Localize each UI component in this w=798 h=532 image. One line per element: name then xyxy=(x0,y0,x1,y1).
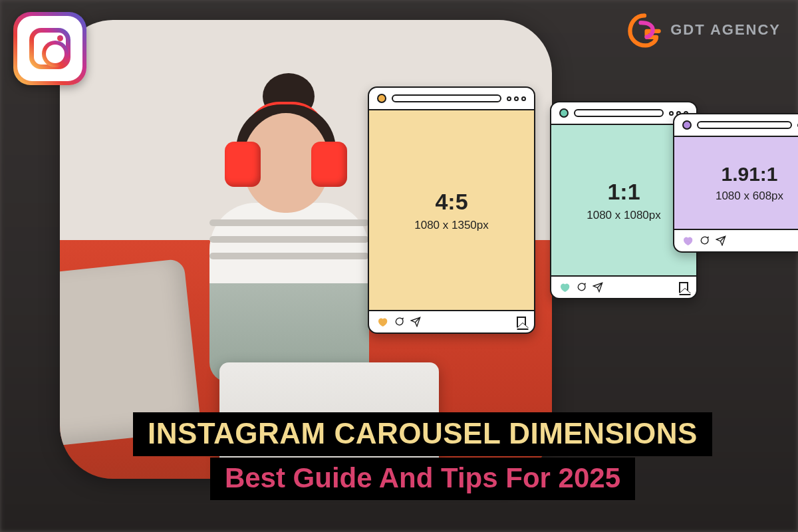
heart-icon xyxy=(377,317,388,327)
menu-dots-icon xyxy=(507,96,526,101)
card-footer xyxy=(551,275,696,298)
brand-logo: GDT AGENCY xyxy=(626,12,781,48)
addressbar-icon xyxy=(574,109,664,117)
headline-block: INSTAGRAM CAROUSEL DIMENSIONS Best Guide… xyxy=(133,412,712,500)
card-footer xyxy=(674,229,798,251)
card-titlebar xyxy=(369,88,534,110)
pixel-dimensions-label: 1080 x 1350px xyxy=(414,219,489,232)
bookmark-icon xyxy=(679,282,688,293)
dimension-card-landscape: 1.91:1 1080 x 608px xyxy=(673,113,798,253)
comment-icon xyxy=(699,235,710,246)
heart-icon xyxy=(559,282,570,293)
pixel-dimensions-label: 1080 x 608px xyxy=(716,190,783,203)
instagram-icon xyxy=(13,12,86,85)
send-icon xyxy=(410,317,421,327)
card-titlebar xyxy=(674,114,798,137)
headline-line-1: INSTAGRAM CAROUSEL DIMENSIONS xyxy=(133,412,712,456)
traffic-dot-icon xyxy=(559,108,569,118)
brand-name: GDT AGENCY xyxy=(670,21,781,39)
bookmark-icon xyxy=(517,317,526,327)
traffic-dot-icon xyxy=(682,120,692,130)
comment-icon xyxy=(394,317,404,327)
send-icon xyxy=(716,235,726,246)
send-icon xyxy=(593,282,603,293)
card-body: 1.91:1 1080 x 608px xyxy=(674,137,798,229)
card-body: 4:5 1080 x 1350px xyxy=(369,110,534,310)
headline-line-2: Best Guide And Tips For 2025 xyxy=(210,458,635,500)
aspect-ratio-label: 1:1 xyxy=(607,179,640,205)
addressbar-icon xyxy=(392,94,501,102)
aspect-ratio-label: 4:5 xyxy=(435,189,467,215)
aspect-ratio-label: 1.91:1 xyxy=(721,163,777,186)
pixel-dimensions-label: 1080 x 1080px xyxy=(587,209,661,222)
comment-icon xyxy=(576,282,587,293)
traffic-dot-icon xyxy=(377,94,386,103)
addressbar-icon xyxy=(697,121,792,129)
card-footer xyxy=(369,310,534,332)
brand-mark-icon xyxy=(626,12,662,48)
heart-icon xyxy=(682,235,693,246)
dimension-card-portrait: 4:5 1080 x 1350px xyxy=(368,86,535,334)
